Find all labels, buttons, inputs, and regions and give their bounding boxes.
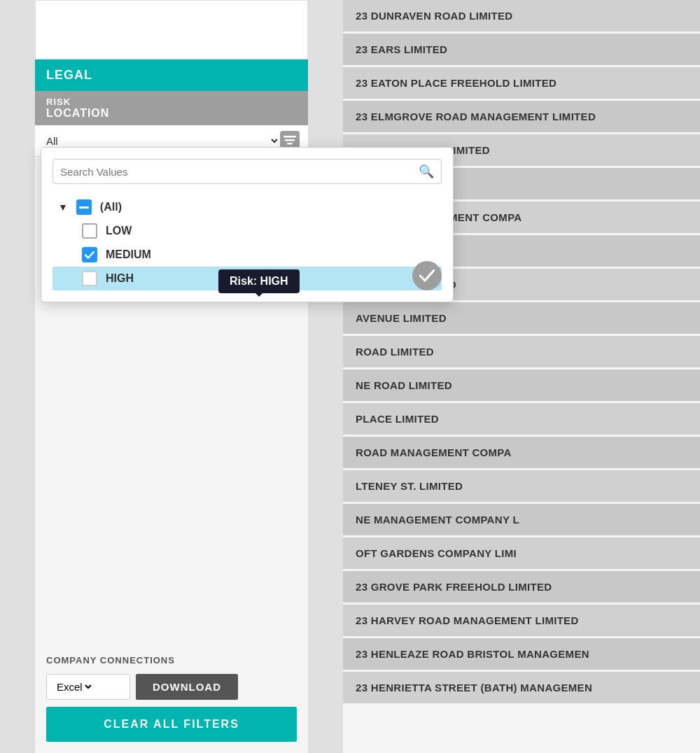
low-label: LOW [106, 225, 132, 237]
list-item[interactable]: NE MANAGEMENT COMPANY L [343, 504, 700, 537]
download-row: Excel CSV PDF DOWNLOAD [46, 674, 297, 700]
format-select[interactable]: Excel CSV PDF [54, 680, 94, 694]
risk-label: RISK [46, 97, 297, 107]
list-item[interactable]: PLACE LIMITED [343, 403, 700, 437]
checkbox-medium[interactable] [82, 247, 97, 262]
location-filter-select[interactable]: All [43, 134, 280, 148]
list-item[interactable]: 23 HENRIETTA STREET (BATH) MANAGEMEN [343, 672, 700, 705]
list-item[interactable]: LTENEY ST. LIMITED [343, 470, 700, 504]
tooltip-text: Risk: HIGH [230, 275, 288, 287]
list-item[interactable]: NE ROAD LIMITED [343, 370, 700, 403]
risk-location-bar: RISK LOCATION [35, 91, 308, 125]
svg-rect-3 [79, 206, 89, 209]
list-item[interactable]: 23 HENLEAZE ROAD BRISTOL MANAGEMEN [343, 638, 700, 672]
search-bar: 🔍 [52, 159, 442, 184]
search-icon: 🔍 [419, 164, 434, 179]
all-label: (All) [100, 201, 122, 213]
filter-item-low[interactable]: LOW [52, 219, 442, 243]
list-item[interactable]: 23 GROVE PARK FREEHOLD LIMITED [343, 571, 700, 605]
download-button[interactable]: DOWNLOAD [136, 674, 238, 700]
triangle-icon: ▼ [58, 202, 68, 213]
legal-label: LEGAL [46, 68, 92, 82]
list-item[interactable]: OFT GARDENS COMPANY LIMI [343, 537, 700, 571]
svg-rect-0 [284, 136, 296, 138]
list-item[interactable]: 23 EATON PLACE FREEHOLD LIMITED [343, 67, 700, 101]
list-item[interactable]: 23 HARVEY ROAD MANAGEMENT LIMITED [343, 605, 700, 638]
filter-item-all[interactable]: ▼ (All) [52, 195, 442, 219]
list-item[interactable]: 23 EARS LIMITED [343, 34, 700, 67]
confirm-button[interactable] [412, 261, 442, 290]
location-label: LOCATION [46, 107, 297, 120]
medium-label: MEDIUM [106, 248, 151, 261]
search-input[interactable] [60, 166, 419, 178]
list-item[interactable]: ROAD MANAGEMENT COMPA [343, 437, 700, 470]
bottom-section: COMPANY CONNECTIONS Excel CSV PDF DOWNLO… [35, 644, 308, 753]
list-item[interactable]: 23 ELMGROVE ROAD MANAGEMENT LIMITED [343, 101, 700, 134]
checkbox-low[interactable] [82, 223, 97, 239]
legal-header: LEGAL [35, 59, 308, 91]
list-item[interactable]: ROAD LIMITED [343, 336, 700, 370]
list-item[interactable]: AVENUE LIMITED [343, 302, 700, 336]
right-panel: 23 DUNRAVEN ROAD LIMITED23 EARS LIMITED2… [343, 0, 700, 753]
list-item[interactable]: 23 DUNRAVEN ROAD LIMITED [343, 0, 700, 34]
top-white-box [35, 0, 308, 59]
risk-high-tooltip: Risk: HIGH [218, 269, 300, 293]
svg-rect-2 [287, 143, 293, 145]
filter-item-medium[interactable]: MEDIUM [52, 243, 442, 267]
checkbox-high[interactable] [82, 271, 97, 286]
left-panel: LEGAL RISK LOCATION All [35, 0, 308, 753]
clear-all-filters-button[interactable]: CLEAR ALL FILTERS [46, 707, 297, 742]
svg-rect-1 [285, 139, 295, 141]
checkbox-all[interactable] [76, 199, 92, 215]
format-select-wrapper[interactable]: Excel CSV PDF [46, 674, 130, 700]
company-connections-label: COMPANY CONNECTIONS [46, 655, 297, 666]
high-label: HIGH [106, 272, 134, 285]
